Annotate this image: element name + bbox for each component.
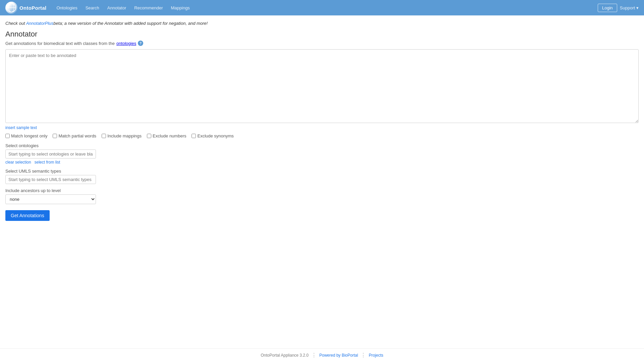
select-from-list-link[interactable]: select from list xyxy=(35,160,60,165)
annotate-textarea[interactable] xyxy=(5,49,639,123)
option-exclude-synonyms[interactable]: Exclude synonyms xyxy=(192,133,233,138)
checkbox-include-mappings[interactable] xyxy=(102,134,106,138)
ontologies-input[interactable] xyxy=(5,149,96,159)
navbar: OntoPortal Ontologies Search Annotator R… xyxy=(0,0,644,15)
footer: OntoPortal Appliance 3.2.0 ⋮ Powered by … xyxy=(0,348,644,362)
select-umls-section: Select UMLS semantic types xyxy=(5,169,639,184)
ontologies-link[interactable]: ontologies xyxy=(116,41,136,46)
brand-name: OntoPortal xyxy=(19,5,47,11)
checkbox-exclude-synonyms[interactable] xyxy=(192,134,196,138)
bioportal-link[interactable]: Powered by BioPortal xyxy=(319,353,358,358)
banner-text-before: Check out xyxy=(5,21,26,26)
clear-selection-link[interactable]: clear selection xyxy=(5,160,31,165)
ancestors-select[interactable]: none 1 2 3 4 5 xyxy=(5,194,96,204)
option-include-mappings[interactable]: Include mappings xyxy=(102,133,142,138)
help-icon[interactable]: ? xyxy=(138,41,143,46)
option-exclude-numbers-label: Exclude numbers xyxy=(153,133,186,138)
banner-text-after: beta; a new version of the Annotator wit… xyxy=(53,21,208,26)
option-match-partial-label: Match partial words xyxy=(58,133,96,138)
umls-input[interactable] xyxy=(5,175,96,184)
footer-version: OntoPortal Appliance 3.2.0 xyxy=(261,353,309,358)
select-ontologies-label: Select ontologies xyxy=(5,143,639,148)
nav-mappings[interactable]: Mappings xyxy=(168,3,193,12)
checkbox-match-longest[interactable] xyxy=(5,134,10,138)
main-content: Check out AnnotatorPlusbeta; a new versi… xyxy=(0,15,644,348)
nav-search[interactable]: Search xyxy=(82,3,103,12)
checkbox-exclude-numbers[interactable] xyxy=(147,134,151,138)
option-match-longest[interactable]: Match longest only xyxy=(5,133,47,138)
annotatorplus-link[interactable]: AnnotatorPlus xyxy=(26,21,54,26)
option-exclude-synonyms-label: Exclude synonyms xyxy=(197,133,233,138)
select-umls-label: Select UMLS semantic types xyxy=(5,169,639,174)
option-match-longest-label: Match longest only xyxy=(11,133,47,138)
ontoportal-logo xyxy=(5,2,17,14)
info-banner: Check out AnnotatorPlusbeta; a new versi… xyxy=(5,21,639,26)
footer-dot-1: ⋮ xyxy=(311,353,317,358)
nav-annotator[interactable]: Annotator xyxy=(104,3,129,12)
navbar-right: Login Support ▾ xyxy=(598,4,639,12)
ancestors-label: Include ancestors up to level xyxy=(5,188,639,193)
nav-ontologies[interactable]: Ontologies xyxy=(53,3,81,12)
ontologies-links-row: clear selection select from list xyxy=(5,160,639,165)
option-include-mappings-label: Include mappings xyxy=(107,133,142,138)
options-row: Match longest only Match partial words I… xyxy=(5,133,639,138)
login-button[interactable]: Login xyxy=(598,4,617,12)
page-title: Annotator xyxy=(5,30,639,39)
support-dropdown[interactable]: Support ▾ xyxy=(620,5,639,10)
ancestors-section: Include ancestors up to level none 1 2 3… xyxy=(5,188,639,204)
checkbox-match-partial[interactable] xyxy=(53,134,57,138)
footer-dot-2: ⋮ xyxy=(361,353,366,358)
navbar-brand[interactable]: OntoPortal xyxy=(5,2,47,14)
page-subtitle: Get annotations for biomedical text with… xyxy=(5,41,639,46)
select-ontologies-section: Select ontologies clear selection select… xyxy=(5,143,639,165)
navbar-nav: Ontologies Search Annotator Recommender … xyxy=(53,3,598,12)
subtitle-text: Get annotations for biomedical text with… xyxy=(5,41,115,46)
option-exclude-numbers[interactable]: Exclude numbers xyxy=(147,133,186,138)
projects-link[interactable]: Projects xyxy=(369,353,383,358)
get-annotations-button[interactable]: Get Annotations xyxy=(5,210,50,221)
option-match-partial[interactable]: Match partial words xyxy=(53,133,96,138)
nav-recommender[interactable]: Recommender xyxy=(131,3,166,12)
insert-sample-link[interactable]: insert sample text xyxy=(5,125,37,130)
